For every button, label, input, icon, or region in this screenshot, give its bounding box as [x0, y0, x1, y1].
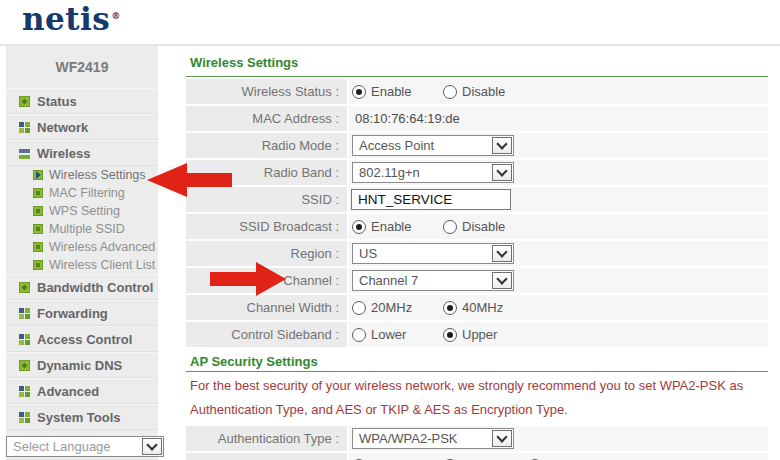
- chevron-down-icon[interactable]: [492, 137, 512, 154]
- radio-button-icon[interactable]: [443, 301, 457, 315]
- ap-security-form: Authentication Type :WPA/WPA2-PSK: [186, 426, 768, 460]
- radio-label: Disable: [462, 219, 505, 234]
- authentication-type-select[interactable]: WPA/WPA2-PSK: [352, 428, 514, 449]
- row-value: US: [349, 241, 768, 266]
- chevron-down-icon[interactable]: [492, 164, 512, 181]
- sidebar-item-wps-setting[interactable]: WPS Setting: [6, 202, 158, 220]
- settings-row-control-sideband: Control Sideband :LowerUpper: [186, 322, 768, 347]
- selected-option: Access Point: [359, 138, 434, 153]
- netis-logo: netis®: [22, 1, 121, 37]
- sidebar-item-label: Dynamic DNS: [37, 358, 122, 373]
- row-value: Access Point: [349, 133, 768, 158]
- wireless-status-radio-disable[interactable]: Disable: [443, 84, 505, 99]
- row-value: Channel 7: [349, 268, 768, 293]
- radio-mode-select[interactable]: Access Point: [352, 135, 514, 156]
- sidebar-menu: StatusNetworkWirelessWireless SettingsMA…: [6, 88, 158, 430]
- row-label: Region :: [186, 241, 347, 266]
- radio-button-icon[interactable]: [443, 85, 457, 99]
- main-content: Wireless Settings Wireless Status :Enabl…: [186, 46, 768, 460]
- chevron-down-icon[interactable]: [492, 245, 512, 262]
- row-label: SSID Broadcast :: [186, 214, 347, 239]
- sidebar-item-label: Access Control: [37, 332, 132, 347]
- sidebar-item-forwarding[interactable]: Forwarding: [6, 300, 158, 326]
- sidebar-subitem-label: MAC Filtering: [49, 186, 125, 200]
- sidebar-item-multiple-ssid[interactable]: Multiple SSID: [6, 220, 158, 238]
- radio-button-icon[interactable]: [443, 328, 457, 342]
- sidebar-item-label: System Tools: [37, 410, 121, 425]
- section-title-ap-security: AP Security Settings: [190, 354, 318, 369]
- radio-button-icon[interactable]: [352, 328, 366, 342]
- radio-button-icon[interactable]: [352, 301, 366, 315]
- row-label: Control Sideband :: [186, 322, 347, 347]
- sidebar-item-status[interactable]: Status: [6, 88, 158, 114]
- settings-row-channel: Channel :Channel 7: [186, 268, 768, 293]
- chevron-down-icon[interactable]: [142, 438, 162, 455]
- wireless-settings-form: Wireless Status :EnableDisableMAC Addres…: [186, 79, 768, 349]
- top-banner: netis®: [0, 0, 780, 46]
- radio-button-icon[interactable]: [352, 220, 366, 234]
- language-select-placeholder: Select Language: [13, 439, 111, 454]
- sidebar-item-label: Advanced: [37, 384, 99, 399]
- ssid-input[interactable]: [351, 189, 511, 210]
- sidebar-subitem-label: Wireless Settings: [49, 168, 146, 182]
- language-select[interactable]: Select Language: [6, 436, 164, 457]
- row-value: [349, 453, 768, 460]
- play-icon: [33, 170, 43, 180]
- settings-row-authentication-type: Authentication Type :WPA/WPA2-PSK: [186, 426, 768, 451]
- sidebar-item-label: Wireless: [37, 146, 90, 161]
- security-note-line1: For the best security of your wireless n…: [190, 378, 743, 393]
- settings-row-encryption-type: [186, 453, 768, 460]
- bullet-icon: [33, 242, 43, 252]
- radio-label: Lower: [371, 327, 406, 342]
- channel-width-radio-40mhz[interactable]: 40MHz: [443, 300, 503, 315]
- region-select[interactable]: US: [352, 243, 514, 264]
- channel-select[interactable]: Channel 7: [352, 270, 514, 291]
- sidebar-item-system-tools[interactable]: System Tools: [6, 404, 158, 430]
- channel-width-radio-20mhz[interactable]: 20MHz: [352, 300, 412, 315]
- sidebar-item-wireless-client-list[interactable]: Wireless Client List: [6, 256, 158, 274]
- row-label: Radio Band :: [186, 160, 347, 185]
- row-label: MAC Address :: [186, 106, 347, 131]
- row-label: SSID :: [186, 187, 347, 212]
- radio-button-icon[interactable]: [352, 85, 366, 99]
- sidebar-item-wireless-advanced[interactable]: Wireless Advanced: [6, 238, 158, 256]
- row-value: EnableDisable: [349, 214, 768, 239]
- control-sideband-radio-lower[interactable]: Lower: [352, 327, 406, 342]
- ssid-broadcast-radio-disable[interactable]: Disable: [443, 219, 505, 234]
- gem-icon: [19, 282, 30, 293]
- bullet-icon: [33, 260, 43, 270]
- chevron-down-icon[interactable]: [492, 430, 512, 447]
- settings-row-region: Region :US: [186, 241, 768, 266]
- radio-button-icon[interactable]: [443, 220, 457, 234]
- radio-label: Enable: [371, 84, 411, 99]
- sidebar-item-advanced[interactable]: Advanced: [6, 378, 158, 404]
- sidebar-item-label: Status: [37, 94, 77, 109]
- section-divider: [186, 76, 768, 77]
- sidebar-item-network[interactable]: Network: [6, 114, 158, 140]
- sidebar-item-wireless[interactable]: Wireless: [6, 140, 158, 166]
- mac-address-value: 08:10:76:64:19:de: [349, 111, 460, 126]
- control-sideband-radio-upper[interactable]: Upper: [443, 327, 497, 342]
- sidebar-item-mac-filtering[interactable]: MAC Filtering: [6, 184, 158, 202]
- sidebar-item-dynamic-dns[interactable]: Dynamic DNS: [6, 352, 158, 378]
- selected-option: 802.11g+n: [359, 165, 420, 180]
- sidebar-item-wireless-settings[interactable]: Wireless Settings: [6, 166, 158, 184]
- settings-row-ssid-broadcast: SSID Broadcast :EnableDisable: [186, 214, 768, 239]
- wireless-status-radio-enable[interactable]: Enable: [352, 84, 411, 99]
- row-label: Authentication Type :: [186, 426, 347, 451]
- radio-band-select[interactable]: 802.11g+n: [352, 162, 514, 183]
- grid-icon: [19, 412, 30, 423]
- grid-icon: [19, 334, 30, 345]
- ssid-broadcast-radio-enable[interactable]: Enable: [352, 219, 411, 234]
- settings-row-radio-mode: Radio Mode :Access Point: [186, 133, 768, 158]
- selected-option: WPA/WPA2-PSK: [359, 431, 457, 446]
- grid-icon: [19, 122, 30, 133]
- registered-mark: ®: [111, 11, 121, 21]
- sidebar-item-access-control[interactable]: Access Control: [6, 326, 158, 352]
- radio-label: 40MHz: [462, 300, 503, 315]
- chevron-down-icon[interactable]: [492, 272, 512, 289]
- radio-label: Enable: [371, 219, 411, 234]
- sidebar-item-bandwidth-control[interactable]: Bandwidth Control: [6, 274, 158, 300]
- selected-option: US: [359, 246, 377, 261]
- sidebar: WF2419 StatusNetworkWirelessWireless Set…: [6, 46, 158, 460]
